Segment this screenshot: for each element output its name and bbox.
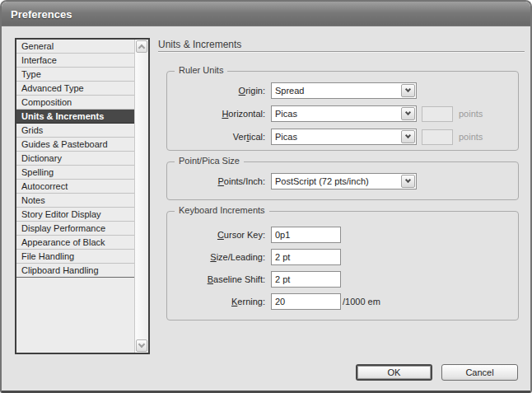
points-inch-label: Points/Inch: xyxy=(167,176,271,186)
keyboard-increments-legend: Keyboard Increments xyxy=(175,205,269,215)
size-leading-field[interactable] xyxy=(271,249,341,265)
sidebar-item-clipboard-handling[interactable]: Clipboard Handling xyxy=(16,264,134,278)
horizontal-label: Horizontal: xyxy=(167,109,271,119)
window-title: Preferences xyxy=(11,8,72,21)
sidebar-item-composition[interactable]: Composition xyxy=(16,96,134,110)
chevron-down-icon xyxy=(405,133,411,138)
cursor-key-label: Cursor Key: xyxy=(167,230,271,240)
sidebar-item-interface[interactable]: Interface xyxy=(16,54,134,68)
sidebar-item-spelling[interactable]: Spelling xyxy=(16,166,134,180)
keyboard-increments-group: Keyboard Increments Cursor Key: Size/Lea… xyxy=(166,211,519,320)
chevron-up-icon xyxy=(138,44,145,51)
vertical-custom-points-field xyxy=(422,129,453,145)
vertical-units-dropdown[interactable]: Picas xyxy=(271,129,417,145)
chevron-down-icon xyxy=(405,110,411,115)
vertical-units-value: Picas xyxy=(275,132,297,142)
cursor-key-field[interactable] xyxy=(271,227,341,243)
cancel-button[interactable]: Cancel xyxy=(441,364,518,381)
page-title: Units & Increments xyxy=(158,39,241,50)
sidebar-item-units-increments[interactable]: Units & Increments xyxy=(16,110,134,124)
origin-row: Origin: Spread xyxy=(167,82,518,99)
sidebar-item-dictionary[interactable]: Dictionary xyxy=(16,152,134,166)
vertical-points-unit-label: points xyxy=(459,132,483,142)
baseline-shift-row: Baseline Shift: xyxy=(167,271,518,288)
dropdown-arrow-button[interactable] xyxy=(401,107,415,120)
sidebar-scrollbar[interactable] xyxy=(134,40,148,353)
ruler-units-group: Ruler Units Origin: Spread Horizontal: P… xyxy=(166,71,519,151)
horizontal-custom-points-field xyxy=(422,106,453,122)
sidebar-item-story-editor-display[interactable]: Story Editor Display xyxy=(16,208,134,222)
sidebar-item-appearance-of-black[interactable]: Appearance of Black xyxy=(16,236,134,250)
sidebar-item-display-performance[interactable]: Display Performance xyxy=(16,222,134,236)
kerning-row: Kerning: /1000 em xyxy=(167,293,518,310)
horizontal-units-value: Picas xyxy=(275,109,297,119)
points-inch-dropdown[interactable]: PostScript (72 pts/inch) xyxy=(271,173,417,189)
vertical-row: Vertical: Picas points xyxy=(167,129,518,145)
chevron-down-icon xyxy=(405,87,411,92)
dropdown-arrow-button[interactable] xyxy=(401,130,415,143)
size-leading-row: Size/Leading: xyxy=(167,249,518,265)
cursor-key-row: Cursor Key: xyxy=(167,227,518,243)
ruler-units-legend: Ruler Units xyxy=(175,65,227,75)
origin-value: Spread xyxy=(275,86,304,96)
sidebar-item-guides-pasteboard[interactable]: Guides & Pasteboard xyxy=(16,138,134,152)
baseline-shift-label: Baseline Shift: xyxy=(167,274,271,284)
origin-label: Origin: xyxy=(167,86,271,96)
kerning-label: Kerning: xyxy=(167,297,271,306)
horizontal-units-dropdown[interactable]: Picas xyxy=(271,105,417,122)
sidebar-item-type[interactable]: Type xyxy=(16,68,134,82)
point-pica-size-group: Point/Pica Size Points/Inch: PostScript … xyxy=(166,161,519,200)
baseline-shift-field[interactable] xyxy=(271,271,341,288)
chevron-down-icon xyxy=(138,341,145,348)
dropdown-arrow-button[interactable] xyxy=(401,84,415,97)
scroll-down-button[interactable] xyxy=(136,339,147,352)
dropdown-arrow-button[interactable] xyxy=(401,175,415,188)
horizontal-points-unit-label: points xyxy=(459,109,483,119)
title-bar: Preferences xyxy=(2,2,530,26)
points-inch-row: Points/Inch: PostScript (72 pts/inch) xyxy=(167,173,518,189)
points-inch-value: PostScript (72 pts/inch) xyxy=(275,176,369,186)
sidebar-item-general[interactable]: General xyxy=(16,40,134,54)
sidebar-item-file-handling[interactable]: File Handling xyxy=(16,250,134,264)
sidebar-item-notes[interactable]: Notes xyxy=(16,194,134,208)
chevron-down-icon xyxy=(405,177,411,183)
sidebar-item-advanced-type[interactable]: Advanced Type xyxy=(16,82,134,96)
horizontal-row: Horizontal: Picas points xyxy=(167,105,518,122)
preferences-category-list: General Interface Type Advanced Type Com… xyxy=(15,38,150,354)
origin-dropdown[interactable]: Spread xyxy=(271,82,417,99)
vertical-label: Vertical: xyxy=(167,132,271,142)
kerning-unit-label: /1000 em xyxy=(343,297,380,306)
panel-divider xyxy=(158,51,525,53)
category-items: General Interface Type Advanced Type Com… xyxy=(16,40,134,353)
sidebar-item-autocorrect[interactable]: Autocorrect xyxy=(16,180,134,194)
preferences-dialog: Preferences General Interface Type Advan… xyxy=(0,0,532,393)
point-pica-size-legend: Point/Pica Size xyxy=(175,156,244,166)
scroll-up-button[interactable] xyxy=(136,40,147,53)
sidebar-item-grids[interactable]: Grids xyxy=(16,124,134,138)
ok-button[interactable]: OK xyxy=(356,364,432,381)
size-leading-label: Size/Leading: xyxy=(167,252,271,262)
kerning-field[interactable] xyxy=(271,293,341,310)
